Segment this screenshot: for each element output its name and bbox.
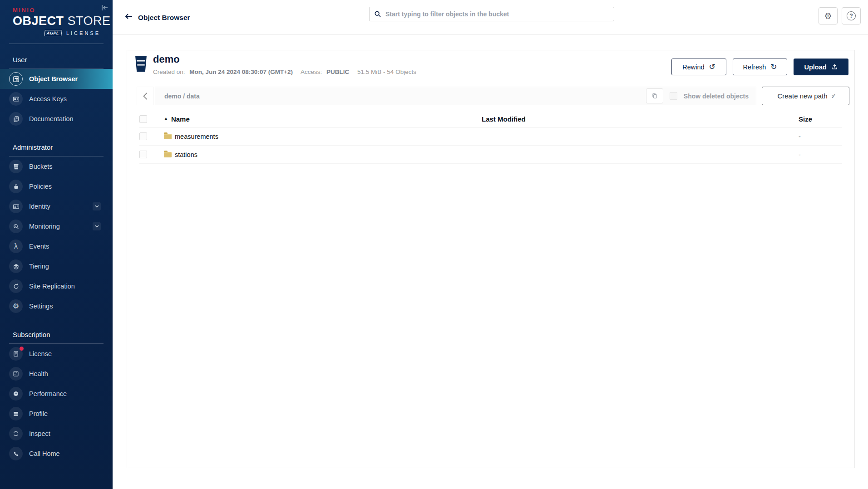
divider: [9, 44, 104, 44]
replication-icon: [9, 279, 23, 293]
create-path-label: Create new path: [777, 92, 827, 100]
create-new-path-button[interactable]: Create new path :∕∕: [762, 87, 849, 105]
section-label-user: User: [13, 56, 104, 64]
sidebar-item-label: Profile: [29, 410, 48, 417]
rewind-button[interactable]: Rewind ↺: [671, 59, 726, 75]
sidebar-item-label: Site Replication: [29, 283, 75, 290]
name-header[interactable]: ▲ Name: [164, 115, 482, 123]
identity-icon: [9, 200, 23, 213]
bars-icon: [9, 407, 23, 421]
search-bar: [369, 7, 614, 21]
breadcrumb-strip: demo / data Show deleted objects: [155, 87, 756, 105]
sidebar-item-profile[interactable]: Profile: [0, 404, 113, 424]
object-size: -: [799, 133, 842, 140]
refresh-button[interactable]: Refresh ↻: [733, 59, 787, 75]
bucket-meta: Created on: Mon, Jun 24 2024 08:30:07 (G…: [153, 68, 416, 75]
sidebar-item-health[interactable]: Health: [0, 364, 113, 384]
upload-label: Upload: [804, 64, 826, 71]
topbar: Object Browser ⚙ ?: [113, 0, 868, 35]
help-icon: ?: [847, 11, 856, 20]
gear-icon: ⚙: [9, 299, 23, 313]
row-checkbox[interactable]: [139, 132, 147, 140]
sidebar-item-events[interactable]: λ Events: [0, 236, 113, 256]
object-name: stations: [175, 151, 197, 158]
sidebar-item-settings[interactable]: ⚙ Settings: [0, 296, 113, 316]
sidebar-item-tiering[interactable]: Tiering: [0, 256, 113, 276]
sidebar-item-buckets[interactable]: Buckets: [0, 156, 113, 176]
access-label: Access:: [301, 68, 322, 75]
sidebar-item-label: Settings: [29, 303, 53, 310]
sidebar-item-documentation[interactable]: Documentation: [0, 109, 113, 129]
settings-gear-button[interactable]: ⚙: [819, 7, 838, 24]
folder-icon: [164, 152, 172, 157]
sidebar-item-site-replication[interactable]: Site Replication: [0, 276, 113, 296]
back-path-button[interactable]: [137, 87, 153, 105]
search-input[interactable]: [385, 10, 609, 18]
access-value: PUBLIC: [326, 68, 349, 75]
notification-dot: [20, 347, 24, 351]
buckets-icon: [9, 160, 23, 173]
health-icon: [9, 367, 23, 381]
sidebar-item-label: Policies: [29, 183, 52, 190]
object-name: measurements: [175, 133, 218, 140]
minio-logo: MINIO OBJECT STORE AGPL LICENSE: [0, 0, 113, 36]
sidebar-item-access-keys[interactable]: Access Keys: [0, 89, 113, 109]
sidebar-item-call-home[interactable]: Call Home: [0, 444, 113, 464]
row-checkbox[interactable]: [139, 151, 147, 158]
back-arrow-icon[interactable]: [125, 13, 133, 20]
size-header[interactable]: Size: [799, 115, 842, 123]
bucket-browser-card: demo Created on: Mon, Jun 24 2024 08:30:…: [127, 50, 855, 468]
object-size: -: [799, 151, 842, 158]
path-icon: :∕∕: [832, 93, 834, 99]
sidebar-item-label: Monitoring: [29, 223, 60, 230]
sidebar-item-label: Performance: [29, 390, 67, 397]
sidebar-item-label: Identity: [29, 203, 50, 210]
sidebar-item-monitoring[interactable]: Monitoring: [0, 216, 113, 236]
documentation-icon: [9, 112, 23, 126]
access-keys-icon: [9, 92, 23, 106]
path-toolbar: demo / data Show deleted objects Create …: [127, 87, 854, 105]
show-deleted-checkbox[interactable]: [670, 92, 677, 100]
table-row[interactable]: stations -: [139, 146, 842, 164]
sort-asc-icon: ▲: [164, 116, 168, 121]
help-button[interactable]: ?: [842, 7, 861, 24]
sidebar-collapse-icon[interactable]: [100, 3, 109, 12]
copy-path-button[interactable]: [646, 88, 663, 103]
breadcrumb[interactable]: demo / data: [164, 93, 200, 100]
object-browser-icon: [9, 72, 23, 86]
sidebar-item-label: Tiering: [29, 263, 49, 270]
select-all-checkbox[interactable]: [139, 115, 147, 123]
page-title: Object Browser: [138, 14, 190, 22]
sidebar-item-policies[interactable]: Policies: [0, 176, 113, 196]
sidebar-item-label: Events: [29, 243, 49, 250]
sidebar-item-label: Documentation: [29, 115, 74, 122]
upload-button[interactable]: Upload: [794, 59, 848, 75]
chevron-down-icon[interactable]: [93, 202, 101, 210]
created-value: Mon, Jun 24 2024 08:30:07 (GMT+2): [189, 68, 293, 75]
section-label-administrator: Administrator: [13, 143, 104, 151]
table-row[interactable]: measurements -: [139, 127, 842, 146]
sidebar-item-license[interactable]: License: [0, 344, 113, 364]
bucket-icon: [135, 55, 147, 72]
license-text: LICENSE: [66, 30, 100, 36]
rewind-icon: ↺: [709, 63, 715, 71]
table-header-row: ▲ Name Last Modified Size: [139, 111, 842, 127]
last-modified-header[interactable]: Last Modified: [482, 115, 799, 123]
refresh-label: Refresh: [743, 64, 766, 71]
sidebar-item-label: Health: [29, 370, 48, 377]
sidebar-item-inspect[interactable]: Inspect: [0, 424, 113, 444]
sidebar-item-identity[interactable]: Identity: [0, 196, 113, 216]
chevron-down-icon[interactable]: [93, 222, 101, 230]
search-icon: [374, 10, 381, 18]
bucket-name: demo: [153, 54, 180, 65]
gauge-icon: [9, 387, 23, 401]
refresh-icon: ↻: [770, 63, 777, 71]
layers-icon: [9, 259, 23, 273]
sidebar-item-object-browser[interactable]: Object Browser: [0, 69, 113, 89]
brand-name: MINIO: [13, 7, 104, 14]
sidebar-item-performance[interactable]: Performance: [0, 384, 113, 404]
policies-icon: [9, 180, 23, 193]
size-objects: 51.5 MiB - 54 Objects: [357, 68, 416, 75]
license-icon: [9, 347, 23, 361]
sidebar-item-label: Object Browser: [29, 75, 78, 83]
